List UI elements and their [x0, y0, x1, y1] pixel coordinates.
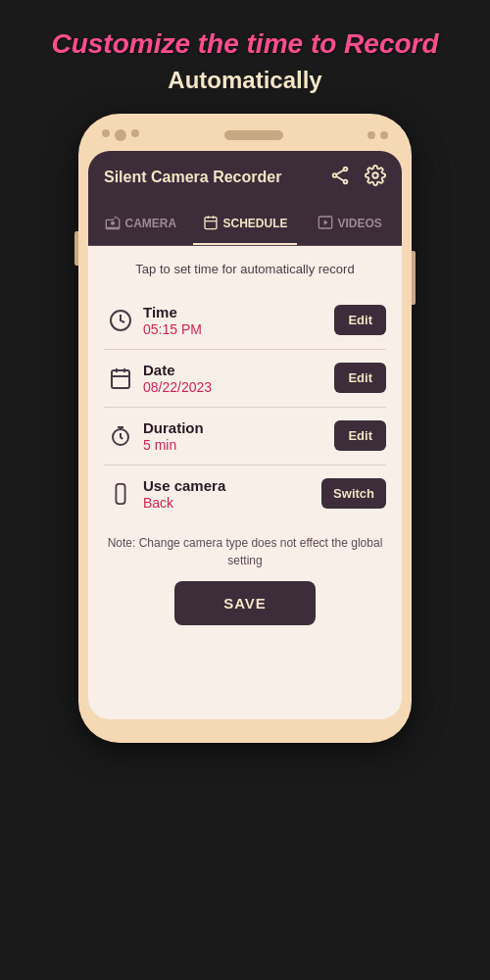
share-icon[interactable] [329, 165, 351, 191]
date-setting-row: Date 08/22/2023 Edit [104, 350, 386, 408]
phone-device: Silent Camera Recorder [78, 114, 412, 743]
use-camera-value: Back [143, 495, 321, 511]
tab-camera-label: CAMERA [125, 217, 177, 230]
tab-schedule-label: SCHEDULE [223, 217, 288, 230]
clock-icon [104, 309, 137, 332]
svg-point-1 [333, 173, 337, 177]
use-camera-label: Use camera [143, 477, 321, 494]
app-header-icons [329, 165, 386, 191]
calendar-icon [104, 367, 137, 390]
app-header: Silent Camera Recorder [88, 151, 402, 205]
phone-dot-2 [131, 129, 139, 137]
schedule-tab-icon [203, 215, 219, 233]
phone-screen: Silent Camera Recorder [88, 151, 402, 719]
duration-value: 5 min [143, 437, 334, 453]
phone-side-button-right [412, 251, 416, 305]
phone-dot [102, 129, 110, 137]
tab-videos[interactable]: VIDEOS [297, 205, 402, 245]
videos-tab-icon [318, 215, 333, 233]
note-text: Note: Change camera type does not effect… [104, 534, 386, 569]
svg-line-4 [336, 176, 343, 181]
phone-top-bar [88, 129, 402, 151]
svg-point-0 [344, 167, 348, 171]
timer-icon [104, 424, 137, 448]
time-setting-row: Time 05:15 PM Edit [104, 292, 386, 350]
use-camera-info: Use camera Back [137, 477, 321, 511]
date-label: Date [143, 362, 334, 378]
camera-switch-button[interactable]: Switch [321, 478, 386, 509]
svg-point-2 [344, 179, 348, 183]
svg-point-5 [372, 172, 378, 178]
svg-rect-20 [116, 484, 124, 504]
svg-rect-6 [205, 217, 217, 228]
svg-line-3 [336, 170, 343, 174]
schedule-content: Tap to set time for automatically record… [88, 246, 402, 655]
date-edit-button[interactable]: Edit [334, 363, 386, 393]
phone-camera-dot [115, 129, 126, 141]
settings-icon[interactable] [365, 165, 386, 191]
phone-notch [224, 130, 283, 140]
sub-title: Automatically [20, 67, 470, 94]
time-label: Time [143, 304, 334, 320]
duration-edit-button[interactable]: Edit [334, 420, 386, 451]
use-camera-setting-row: Use camera Back Switch [104, 466, 386, 522]
tab-schedule[interactable]: SCHEDULE [193, 205, 298, 245]
app-title: Silent Camera Recorder [104, 169, 281, 186]
header-section: Customize the time to Record Automatical… [0, 0, 490, 104]
phone-outer: Silent Camera Recorder [78, 114, 412, 743]
tap-hint: Tap to set time for automatically record [104, 262, 386, 276]
phone-side-button-left [74, 231, 78, 266]
duration-label: Duration [143, 419, 334, 436]
tab-camera[interactable]: CAMERA [88, 205, 193, 245]
date-value: 08/22/2023 [143, 379, 334, 395]
phone-dot-4 [380, 131, 388, 139]
phone-dot-3 [368, 131, 375, 139]
tab-videos-label: VIDEOS [338, 217, 382, 230]
save-button[interactable]: SAVE [174, 581, 316, 625]
duration-setting-row: Duration 5 min Edit [104, 408, 386, 466]
time-value: 05:15 PM [143, 321, 334, 337]
phone-icon [104, 483, 137, 505]
main-title: Customize the time to Record [20, 27, 470, 61]
svg-marker-11 [323, 220, 327, 224]
camera-tab-icon [105, 215, 121, 233]
duration-info: Duration 5 min [137, 419, 334, 453]
date-info: Date 08/22/2023 [137, 362, 334, 395]
svg-rect-13 [112, 370, 129, 388]
tab-bar: CAMERA SCHEDULE [88, 205, 402, 246]
phone-dots-left [102, 129, 139, 141]
time-edit-button[interactable]: Edit [334, 305, 386, 335]
time-info: Time 05:15 PM [137, 304, 334, 337]
phone-dots-right [368, 131, 388, 139]
